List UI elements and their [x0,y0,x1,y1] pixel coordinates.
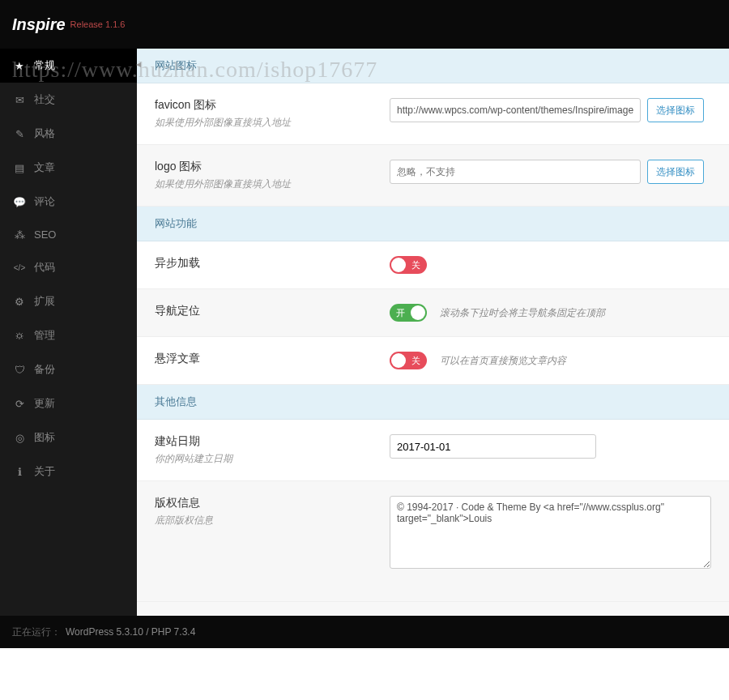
seo-icon: ⁂ [13,228,26,241]
target-icon: ◎ [13,432,26,444]
sidebar-item-label: 风格 [34,126,55,141]
sidebar-item-article[interactable]: ▤文章 [0,151,137,185]
sidebar-item-about[interactable]: ℹ关于 [0,455,137,489]
refresh-icon: ⟳ [13,398,26,410]
favicon-input[interactable] [390,98,641,122]
sidebar-item-style[interactable]: ✎风格 [0,117,137,151]
section-header-other: 其他信息 [137,385,729,420]
navfix-toggle[interactable]: 开 [390,304,427,322]
sidebar-item-social[interactable]: ✉社交 [0,83,137,117]
float-toggle[interactable]: 关 [390,352,427,369]
sidebar-item-label: 管理 [34,328,55,343]
row-date: 建站日期 你的网站建立日期 [137,420,729,481]
sidebar-item-general[interactable]: ★常规 [0,49,137,83]
pencil-icon: ✎ [13,128,26,140]
copyright-label: 版权信息 [155,496,390,510]
footer-value: WordPress 5.3.10 / PHP 7.3.4 [66,626,195,638]
sidebar-item-label: 代码 [34,260,55,275]
logo-input[interactable] [390,160,641,184]
sidebar-item-backup[interactable]: 🛡备份 [0,352,137,386]
sidebar-item-label: 社交 [34,92,55,107]
top-header: Inspire Release 1.1.6 [0,0,729,49]
float-hint: 可以在首页直接预览文章内容 [440,354,566,368]
sidebar-item-code[interactable]: </>代码 [0,250,137,284]
sidebar-item-icon[interactable]: ◎图标 [0,420,137,455]
logo-hint: 如果使用外部图像直接填入地址 [155,177,390,191]
sidebar-item-label: 扩展 [34,294,55,309]
logo-label: logo 图标 [155,160,390,174]
gear-icon: ⚙ [13,296,26,308]
sidebar-item-label: 关于 [34,464,55,479]
footer: 正在运行： WordPress 5.3.10 / PHP 7.3.4 [0,616,729,648]
copyright-hint: 底部版权信息 [155,514,390,527]
shield-icon: 🛡 [13,364,26,376]
info-icon: ℹ [13,466,26,478]
sidebar: ★常规 ✉社交 ✎风格 ▤文章 💬评论 ⁂SEO </>代码 ⚙扩展 ⛭管理 🛡… [0,49,137,616]
sidebar-item-seo[interactable]: ⁂SEO [0,219,137,250]
section-header-site-icon: 网站图标 [137,49,729,83]
sidebar-item-label: 更新 [34,396,55,411]
sidebar-item-label: 文章 [34,160,55,175]
date-hint: 你的网站建立日期 [155,452,390,466]
collapse-chevron-icon[interactable]: ◂ [136,58,144,70]
section-header-site-func: 网站功能 [137,207,729,241]
book-icon: ▤ [13,162,26,174]
row-favicon: favicon 图标 如果使用外部图像直接填入地址 选择图标 [137,83,729,145]
comment-icon: 💬 [13,196,26,208]
sidebar-item-update[interactable]: ⟳更新 [0,386,137,420]
sidebar-item-label: 常规 [34,58,55,73]
sidebar-item-manage[interactable]: ⛭管理 [0,318,137,352]
sidebar-item-comment[interactable]: 💬评论 [0,185,137,219]
release-version: Release 1.1.6 [70,19,126,29]
mail-icon: ✉ [13,94,26,106]
logo-select-button[interactable]: 选择图标 [647,160,704,184]
brand-title: Inspire [12,15,66,34]
sidebar-item-label: 评论 [34,194,55,209]
favicon-hint: 如果使用外部图像直接填入地址 [155,116,390,130]
code-icon: </> [13,263,26,272]
row-float: 悬浮文章 关 可以在首页直接预览文章内容 [137,337,729,385]
sidebar-item-label: SEO [34,228,56,241]
row-async: 异步加载 关 [137,241,729,289]
favicon-select-button[interactable]: 选择图标 [647,98,704,122]
main-content: ◂ 网站图标 favicon 图标 如果使用外部图像直接填入地址 选择图标 lo… [137,49,729,616]
star-icon: ★ [13,60,26,72]
navfix-label: 导航定位 [155,304,390,318]
copyright-textarea[interactable] [390,496,711,569]
cogs-icon: ⛭ [13,330,26,342]
sidebar-item-label: 备份 [34,362,55,377]
float-label: 悬浮文章 [155,352,390,366]
row-logo: logo 图标 如果使用外部图像直接填入地址 选择图标 [137,145,729,207]
date-input[interactable] [390,434,596,459]
async-label: 异步加载 [155,256,390,271]
navfix-hint: 滚动条下拉时会将主导航条固定在顶部 [440,306,605,320]
row-copyright: 版权信息 底部版权信息 [137,481,729,602]
date-label: 建站日期 [155,434,390,449]
async-toggle[interactable]: 关 [390,256,427,274]
sidebar-item-extend[interactable]: ⚙扩展 [0,284,137,318]
footer-label: 正在运行： [12,625,61,639]
row-navfix: 导航定位 开 滚动条下拉时会将主导航条固定在顶部 [137,289,729,337]
favicon-label: favicon 图标 [155,98,390,113]
sidebar-item-label: 图标 [34,430,55,445]
